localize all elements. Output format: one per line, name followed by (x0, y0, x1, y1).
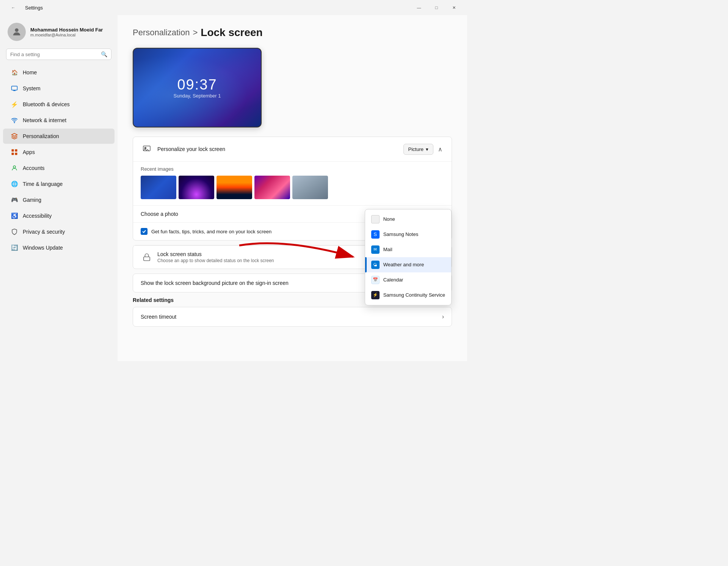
svg-point-7 (13, 166, 16, 168)
sidebar-item-time[interactable]: 🌐 Time & language (3, 176, 115, 192)
sidebar: Mohammad Hossein Moeid Far m.moeidfar@Av… (0, 15, 118, 361)
personalize-row: Personalize your lock screen Picture ▾ ∧ (133, 137, 452, 162)
thumbnail-3[interactable] (217, 176, 252, 199)
sidebar-item-system[interactable]: System (3, 81, 115, 96)
dropdown-item-calendar[interactable]: 📅 Calendar (365, 272, 451, 288)
mail-icon: ✉ (371, 245, 380, 254)
svg-rect-5 (12, 153, 14, 155)
recent-images-section: Recent images (133, 162, 452, 205)
lock-time: 09:37 (177, 77, 217, 93)
privacy-icon (11, 228, 18, 236)
checkmark-icon (142, 229, 146, 234)
accounts-icon (11, 164, 18, 172)
sidebar-item-bluetooth[interactable]: ⚡ Bluetooth & devices (3, 97, 115, 112)
sidebar-item-accounts[interactable]: Accounts (3, 160, 115, 176)
back-button[interactable]: ← (5, 2, 22, 14)
personalize-control[interactable]: Picture ▾ ∧ (403, 144, 444, 155)
sidebar-item-network[interactable]: Network & internet (3, 113, 115, 128)
personalization-icon (11, 132, 18, 140)
minimize-button[interactable]: — (410, 2, 428, 14)
dropdown-item-mail[interactable]: ✉ Mail (365, 242, 451, 257)
sidebar-item-personalization[interactable]: Personalization (3, 129, 115, 144)
apps-icon (11, 148, 18, 156)
svg-rect-9 (145, 147, 146, 149)
sidebar-item-accessibility[interactable]: ♿ Accessibility (3, 208, 115, 223)
thumbnail-2[interactable] (179, 176, 214, 199)
gaming-icon: 🎮 (11, 196, 18, 204)
lock-screen-preview: 09:37 Sunday, September 1 (133, 48, 262, 127)
user-info: Mohammad Hossein Moeid Far m.moeidfar@Av… (30, 27, 103, 37)
checkbox-label: Get fun facts, tips, tricks, and more on… (151, 229, 271, 234)
sidebar-item-privacy[interactable]: Privacy & security (3, 224, 115, 239)
svg-point-2 (14, 122, 15, 123)
titlebar-left: ← Settings (5, 2, 43, 14)
thumbnail-4[interactable] (254, 176, 290, 199)
dropdown-item-none[interactable]: None (365, 212, 451, 227)
choose-photo-label: Choose a photo (141, 211, 178, 217)
sidebar-item-apps[interactable]: Apps (3, 145, 115, 160)
dropdown-none-label: None (383, 216, 395, 222)
svg-rect-10 (144, 257, 150, 261)
main-content: Personalization > Lock screen 09:37 Sund… (118, 15, 467, 361)
chevron-down-icon: ▾ (426, 146, 428, 152)
sidebar-item-update[interactable]: 🔄 Windows Update (3, 240, 115, 255)
calendar-icon: 📅 (371, 276, 380, 284)
breadcrumb-current: Lock screen (201, 27, 262, 39)
titlebar-controls: — □ ✕ (410, 2, 463, 14)
search-input[interactable] (10, 52, 98, 57)
dropdown-item-samsung-cont[interactable]: ⚡ Samsung Continuity Service (365, 288, 451, 303)
app-body: Mohammad Hossein Moeid Far m.moeidfar@Av… (0, 15, 467, 361)
thumbnail-5[interactable] (292, 176, 328, 199)
avatar-icon (11, 27, 22, 37)
network-icon (11, 116, 18, 124)
screen-timeout-label: Screen timeout (141, 314, 176, 320)
mail-label: Mail (383, 247, 392, 252)
titlebar: ← Settings — □ ✕ (0, 0, 467, 15)
close-button[interactable]: ✕ (445, 2, 463, 14)
system-icon (11, 85, 18, 92)
dropdown-item-samsung-notes[interactable]: S Samsung Notes (365, 227, 451, 242)
picture-dropdown[interactable]: Picture ▾ (403, 144, 433, 155)
weather-label: Weather and more (383, 262, 424, 267)
samsung-notes-label: Samsung Notes (383, 231, 419, 237)
recent-images-label: Recent images (141, 166, 444, 172)
lock-status-dropdown[interactable]: None S Samsung Notes ✉ Mail 🌤 (365, 209, 452, 305)
lock-status-icon (141, 251, 153, 263)
none-icon (371, 215, 380, 223)
thumbnail-1[interactable] (141, 176, 176, 199)
breadcrumb-parent[interactable]: Personalization (133, 28, 190, 38)
calendar-label: Calendar (383, 277, 403, 283)
personalize-title: Personalize your lock screen (157, 146, 403, 152)
lock-status-row: Lock screen status Choose an app to show… (133, 245, 452, 269)
maximize-button[interactable]: □ (428, 2, 445, 14)
sidebar-item-home[interactable]: 🏠 Home (3, 65, 115, 80)
signin-label: Show the lock screen background picture … (141, 280, 289, 286)
svg-rect-6 (15, 153, 17, 155)
search-icon: 🔍 (101, 51, 107, 57)
samsung-notes-icon: S (371, 230, 380, 239)
samsung-cont-icon: ⚡ (371, 291, 380, 299)
svg-rect-4 (15, 149, 17, 152)
svg-rect-1 (12, 86, 17, 90)
recent-images-grid (141, 176, 444, 199)
personalize-icon (141, 143, 153, 155)
collapse-button[interactable]: ∧ (436, 144, 444, 154)
samsung-cont-label: Samsung Continuity Service (383, 292, 445, 298)
user-section: Mohammad Hossein Moeid Far m.moeidfar@Av… (0, 15, 118, 47)
sidebar-item-gaming[interactable]: 🎮 Gaming (3, 192, 115, 208)
screen-timeout-row[interactable]: Screen timeout › (133, 307, 452, 327)
search-box[interactable]: 🔍 (6, 49, 111, 60)
user-email: m.moeidfar@Avina.local (30, 33, 103, 37)
checkbox-fun-facts[interactable] (141, 228, 147, 235)
svg-rect-3 (12, 149, 14, 152)
lock-status-card: Lock screen status Choose an app to show… (133, 245, 452, 269)
chevron-right-icon: › (442, 313, 444, 320)
user-name: Mohammad Hossein Moeid Far (30, 27, 103, 33)
update-icon: 🔄 (11, 244, 18, 252)
accessibility-icon: ♿ (11, 212, 18, 220)
personalize-content: Personalize your lock screen (157, 146, 403, 152)
dropdown-item-weather[interactable]: 🌤 Weather and more (365, 257, 451, 272)
titlebar-title: Settings (25, 5, 43, 11)
breadcrumb-separator: > (193, 28, 198, 38)
svg-point-0 (15, 28, 18, 32)
